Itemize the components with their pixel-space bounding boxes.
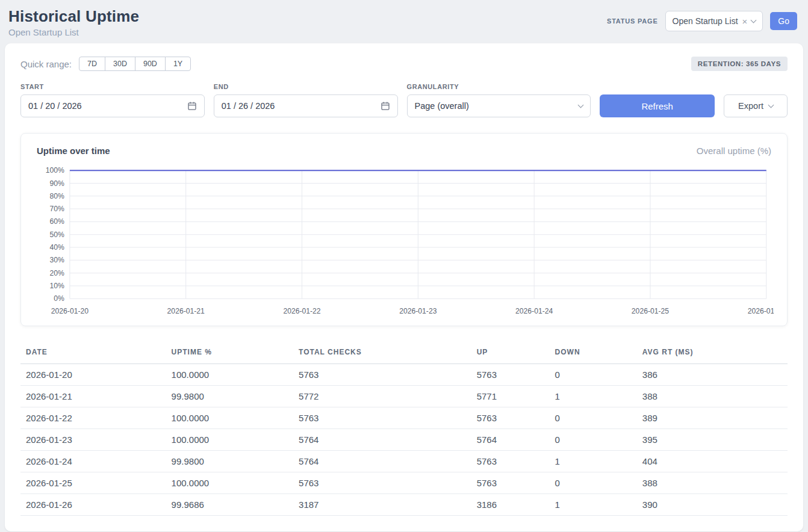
svg-text:30%: 30% xyxy=(49,256,64,264)
table-cell: 100.0000 xyxy=(168,363,295,385)
table-row: 2026-01-2199.9800577257711388 xyxy=(20,385,788,407)
go-button[interactable]: Go xyxy=(770,12,797,30)
table-cell: 5763 xyxy=(473,363,552,385)
table-cell: 5771 xyxy=(473,385,552,407)
main-card: Quick range: 7D30D90D1Y RETENTION: 365 D… xyxy=(5,43,803,531)
quick-range-label: Quick range: xyxy=(20,59,72,69)
svg-text:100%: 100% xyxy=(46,166,64,175)
end-label: END xyxy=(214,83,398,90)
table-cell: 1 xyxy=(552,493,639,515)
quick-range-button-30d[interactable]: 30D xyxy=(105,57,135,71)
table-cell: 100.0000 xyxy=(168,472,295,493)
table-cell: 2026-01-21 xyxy=(20,385,168,407)
table-cell: 2026-01-23 xyxy=(20,428,168,450)
quick-range-button-1y[interactable]: 1Y xyxy=(165,57,191,71)
start-date-value: 01 / 20 / 2026 xyxy=(28,101,82,111)
svg-text:80%: 80% xyxy=(49,192,64,200)
controls-top-row: Quick range: 7D30D90D1Y RETENTION: 365 D… xyxy=(20,57,788,71)
table-cell: 5772 xyxy=(295,385,473,407)
granularity-select[interactable]: Page (overall) xyxy=(407,94,591,117)
granularity-selected-value: Page (overall) xyxy=(415,101,469,111)
svg-text:2026-01-23: 2026-01-23 xyxy=(399,307,437,315)
uptime-line-chart: 100%90%80%70%60%50%40%30%20%10%0%2026-01… xyxy=(34,164,774,318)
table-head: DATEUPTIME %TOTAL CHECKSUPDOWNAVG RT (MS… xyxy=(20,342,788,364)
svg-text:0%: 0% xyxy=(54,294,64,303)
svg-text:40%: 40% xyxy=(49,243,64,252)
svg-text:2026-01-21: 2026-01-21 xyxy=(167,307,205,315)
column-header: AVG RT (MS) xyxy=(639,342,788,364)
table-cell: 100.0000 xyxy=(168,407,295,428)
calendar-icon xyxy=(381,101,390,111)
svg-text:20%: 20% xyxy=(49,269,64,277)
controls-form-row: START 01 / 20 / 2026 END 01 / 26 / 2026 xyxy=(20,83,788,117)
svg-text:50%: 50% xyxy=(49,230,64,239)
table-body: 2026-01-20100.00005763576303862026-01-21… xyxy=(20,363,788,515)
chevron-down-icon xyxy=(578,102,584,108)
table-cell: 404 xyxy=(639,450,788,472)
export-button-label: Export xyxy=(738,101,763,111)
uptime-table: DATEUPTIME %TOTAL CHECKSUPDOWNAVG RT (MS… xyxy=(20,342,788,516)
table-cell: 1 xyxy=(552,385,639,407)
table-cell: 5763 xyxy=(473,472,552,493)
table-cell: 386 xyxy=(639,363,788,385)
quick-range-button-90d[interactable]: 90D xyxy=(135,57,166,71)
table-row: 2026-01-2699.9686318731861390 xyxy=(20,493,788,515)
clear-selection-icon[interactable]: × xyxy=(742,17,748,26)
granularity-field: GRANULARITY Page (overall) xyxy=(407,83,591,117)
end-date-input[interactable]: 01 / 26 / 2026 xyxy=(214,94,398,117)
chart-title: Uptime over time xyxy=(37,146,110,156)
table-cell: 2026-01-26 xyxy=(20,493,168,515)
table-cell: 3187 xyxy=(295,493,473,515)
status-page-label: STATUS PAGE xyxy=(607,17,658,25)
table-cell: 99.9800 xyxy=(168,450,295,472)
end-date-field: END 01 / 26 / 2026 xyxy=(214,83,398,117)
svg-text:90%: 90% xyxy=(49,179,64,188)
table-cell: 0 xyxy=(552,472,639,493)
retention-badge: RETENTION: 365 DAYS xyxy=(691,57,788,71)
status-page-selected-value: Open Startup List xyxy=(673,16,738,26)
svg-text:70%: 70% xyxy=(49,205,64,213)
table-row: 2026-01-20100.0000576357630386 xyxy=(20,363,788,385)
chart-card: Uptime over time Overall uptime (%) 100%… xyxy=(20,133,788,326)
table-cell: 5763 xyxy=(295,363,473,385)
table-row: 2026-01-2499.9800576457631404 xyxy=(20,450,788,472)
table-cell: 1 xyxy=(552,450,639,472)
refresh-button[interactable]: Refresh xyxy=(600,94,715,117)
page-title: Historical Uptime xyxy=(8,7,139,26)
quick-range-group: 7D30D90D1Y xyxy=(79,57,191,71)
table-cell: 5764 xyxy=(473,428,552,450)
column-header: UPTIME % xyxy=(168,342,295,364)
page-header: Historical Uptime Open Startup List STAT… xyxy=(5,0,803,43)
svg-text:2026-01-26: 2026-01-26 xyxy=(748,307,774,315)
export-button[interactable]: Export xyxy=(724,94,788,117)
table-header-row: DATEUPTIME %TOTAL CHECKSUPDOWNAVG RT (MS… xyxy=(20,342,788,364)
start-date-field: START 01 / 20 / 2026 xyxy=(20,83,205,117)
table-cell: 3186 xyxy=(473,493,552,515)
table-cell: 390 xyxy=(639,493,788,515)
quick-range-button-7d[interactable]: 7D xyxy=(79,57,105,71)
quick-range-wrap: Quick range: 7D30D90D1Y xyxy=(20,57,191,71)
table-row: 2026-01-23100.0000576457640395 xyxy=(20,428,788,450)
column-header: DOWN xyxy=(552,342,639,364)
table-cell: 5763 xyxy=(295,407,473,428)
table-cell: 5764 xyxy=(295,450,473,472)
table-row: 2026-01-25100.0000576357630388 xyxy=(20,472,788,493)
chevron-down-icon xyxy=(768,102,774,108)
table-cell: 5763 xyxy=(295,472,473,493)
start-date-input[interactable]: 01 / 20 / 2026 xyxy=(20,94,205,117)
table-cell: 2026-01-25 xyxy=(20,472,168,493)
column-header: TOTAL CHECKS xyxy=(295,342,473,364)
table-cell: 389 xyxy=(639,407,788,428)
svg-text:60%: 60% xyxy=(49,217,64,226)
table-cell: 5764 xyxy=(295,428,473,450)
chevron-down-icon xyxy=(751,17,757,23)
table-cell: 0 xyxy=(552,407,639,428)
svg-text:2026-01-22: 2026-01-22 xyxy=(283,307,320,315)
column-header: UP xyxy=(473,342,552,364)
table-row: 2026-01-22100.0000576357630389 xyxy=(20,407,788,428)
status-page-select[interactable]: Open Startup List × xyxy=(665,11,763,31)
page: Historical Uptime Open Startup List STAT… xyxy=(0,0,808,532)
table-cell: 99.9686 xyxy=(168,493,295,515)
chart-header: Uptime over time Overall uptime (%) xyxy=(34,146,774,156)
table-cell: 2026-01-24 xyxy=(20,450,168,472)
